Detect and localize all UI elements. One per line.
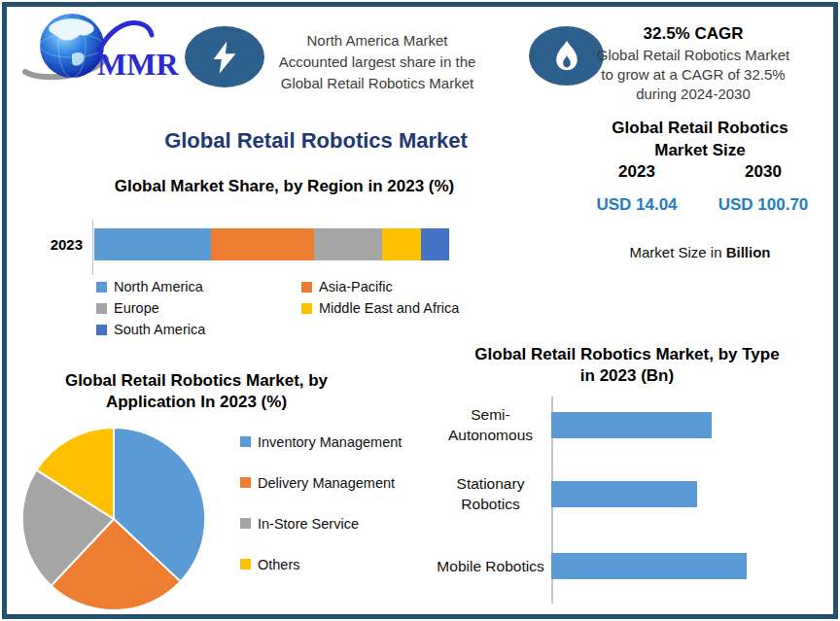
market-size-title-line: Market Size (574, 139, 826, 161)
region-category-label: 2023 (24, 236, 83, 253)
cagr-heading: 32.5% CAGR (579, 24, 807, 44)
application-title-line: Application In 2023 (%) (51, 392, 342, 413)
infographic-canvas: MMR North America Market Accounted large… (0, 0, 840, 621)
legend-item-europe: Europe (96, 297, 301, 319)
market-size-title-line: Global Retail Robotics (574, 117, 826, 139)
application-title-line: Global Retail Robotics Market, by (51, 370, 342, 392)
note-unit: Billion (726, 244, 771, 260)
legend-label: North America (114, 279, 203, 294)
application-legend: Inventory ManagementDelivery ManagementI… (240, 434, 402, 571)
legend-item-in-store-service: In-Store Service (240, 516, 402, 531)
bar-track (551, 412, 800, 438)
market-size-note: Market Size in Billion (574, 244, 826, 260)
lightning-icon (206, 36, 243, 79)
legend-item-inventory-management: Inventory Management (240, 434, 402, 449)
segment-asia-pacific (211, 228, 314, 260)
market-size-years: 2023 2030 (574, 162, 826, 182)
region-stacked-bar (94, 228, 449, 260)
bar-label: Semi-Autonomous (418, 404, 551, 445)
legend-item-north-america: North America (96, 276, 301, 297)
banner-line: Global Retail Robotics Market (579, 46, 807, 65)
end-value: USD 100.70 (700, 195, 826, 215)
banner-line: Accounted largest share in the (253, 52, 502, 73)
application-pie-svg: Inventory Management: 37%Delivery Manage… (19, 425, 208, 613)
bar-row-stationary-robotics: Stationary Robotics (418, 467, 807, 520)
legend-label: Delivery Management (258, 475, 395, 491)
legend-item-middle-east-and-africa: Middle East and Africa (301, 297, 480, 319)
legend-label: Middle East and Africa (319, 300, 459, 316)
application-chart-title: Global Retail Robotics Market, by Applic… (51, 370, 342, 413)
start-year: 2023 (574, 162, 700, 182)
bar-label: Mobile Robotics (418, 556, 551, 576)
segment-south-america (421, 228, 449, 260)
market-size-title: Global Retail Robotics Market Size (574, 117, 826, 161)
cagr-banner: 32.5% CAGR Global Retail Robotics Market… (579, 24, 807, 104)
legend-swatch (96, 325, 107, 335)
legend-swatch (301, 282, 312, 293)
legend-item-south-america: South America (96, 319, 301, 340)
logo-text: MMR (97, 47, 179, 82)
legend-item-others: Others (240, 557, 402, 571)
page-title: Global Retail Robotics Market (58, 128, 574, 154)
legend-label: Europe (114, 300, 159, 316)
type-title-line: in 2023 (Bn) (442, 365, 812, 387)
legend-item-delivery-management: Delivery Management (240, 475, 402, 490)
legend-swatch (96, 303, 107, 314)
legend-label: South America (114, 322, 205, 337)
bar-track (551, 553, 800, 579)
mmr-logo: MMR (12, 4, 185, 87)
legend-swatch (240, 559, 251, 569)
bar-stationary-robotics (551, 481, 697, 507)
end-year: 2030 (700, 162, 826, 182)
legend-label: In-Store Service (258, 516, 359, 532)
banner-line: Global Retail Robotics Market (253, 73, 502, 94)
north-america-banner: North America Market Accounted largest s… (253, 30, 502, 94)
bar-label: Stationary Robotics (418, 473, 551, 514)
bar-mobile-robotics (551, 553, 747, 579)
segment-europe (314, 228, 381, 260)
segment-north-america (94, 228, 211, 260)
region-axis-line (92, 220, 93, 275)
legend-swatch (240, 436, 251, 447)
globe-icon: MMR (12, 4, 185, 87)
bar-row-semi-autonomous: Semi-Autonomous (418, 398, 807, 451)
bar-row-mobile-robotics: Mobile Robotics (418, 539, 807, 592)
legend-swatch (240, 477, 251, 488)
market-size-values: USD 14.04 USD 100.70 (574, 195, 826, 215)
banner-line: to grow at a CAGR of 32.5% (579, 65, 807, 85)
region-legend: North AmericaAsia-PacificEuropeMiddle Ea… (96, 276, 480, 340)
type-chart-title: Global Retail Robotics Market, by Type i… (442, 344, 812, 387)
legend-label: Others (258, 557, 300, 572)
region-chart-title: Global Market Share, by Region in 2023 (… (53, 177, 515, 196)
type-title-line: Global Retail Robotics Market, by Type (442, 344, 812, 365)
bar-track (551, 481, 800, 507)
legend-swatch (301, 303, 312, 314)
banner-line: North America Market (253, 30, 502, 52)
market-size-panel: Global Retail Robotics Market Size 2023 … (574, 117, 826, 260)
note-prefix: Market Size in (629, 244, 725, 260)
legend-label: Asia-Pacific (319, 279, 393, 294)
legend-swatch (240, 518, 251, 529)
type-bar-rows: Semi-AutonomousStationary RoboticsMobile… (418, 397, 807, 606)
banner-line: during 2024-2030 (579, 85, 807, 104)
legend-item-asia-pacific: Asia-Pacific (301, 276, 480, 297)
bar-semi-autonomous (551, 412, 712, 438)
legend-swatch (96, 282, 107, 293)
segment-middle-east-and-africa (382, 228, 421, 260)
start-value: USD 14.04 (574, 195, 700, 215)
legend-label: Inventory Management (258, 434, 402, 450)
